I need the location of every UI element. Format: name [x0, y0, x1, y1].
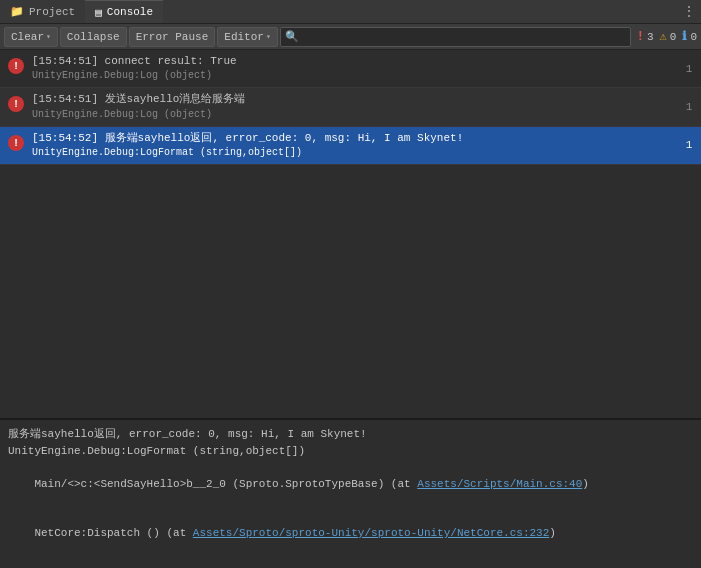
log-entry-2[interactable]: ! [15:54:51] 发送sayhello消息给服务端 UnityEngin… [0, 88, 701, 126]
info-badge[interactable]: ℹ 0 [682, 29, 697, 44]
toolbar: Clear ▾ Collapse Error Pause Editor ▾ 🔍 … [0, 24, 701, 50]
clear-label: Clear [11, 31, 44, 43]
error-badge-icon: ! [637, 30, 644, 44]
log-sub-1: UnityEngine.Debug:Log (object) [32, 69, 673, 83]
log-content-1: [15:54:51] connect result: True UnityEng… [32, 50, 677, 87]
log-main-2: [15:54:51] 发送sayhello消息给服务端 [32, 92, 673, 107]
clear-button[interactable]: Clear ▾ [4, 27, 58, 47]
error-circle-icon-3: ! [8, 135, 24, 151]
editor-button[interactable]: Editor ▾ [217, 27, 277, 47]
warn-badge-icon: ⚠ [660, 29, 667, 44]
detail-line-1: 服务端sayhello返回, error_code: 0, msg: Hi, I… [8, 426, 693, 443]
log-entry-1[interactable]: ! [15:54:51] connect result: True UnityE… [0, 50, 701, 88]
detail-link-3[interactable]: Assets/Scripts/Main.cs:40 [417, 478, 582, 490]
info-badge-count: 0 [690, 31, 697, 43]
log-content-2: [15:54:51] 发送sayhello消息给服务端 UnityEngine.… [32, 88, 677, 125]
error-pause-button[interactable]: Error Pause [129, 27, 216, 47]
search-box[interactable]: 🔍 [280, 27, 631, 47]
search-icon: 🔍 [285, 30, 299, 43]
warn-badge-count: 0 [670, 31, 677, 43]
error-circle-icon-1: ! [8, 58, 24, 74]
log-main-1: [15:54:51] connect result: True [32, 54, 673, 69]
log-content-3: [15:54:52] 服务端sayhello返回, error_code: 0,… [32, 127, 677, 164]
log-entry-3[interactable]: ! [15:54:52] 服务端sayhello返回, error_code: … [0, 127, 701, 165]
log-count-3: 1 [677, 127, 701, 164]
collapse-label: Collapse [67, 31, 120, 43]
log-icon-1: ! [0, 50, 32, 87]
log-sub-2: UnityEngine.Debug:Log (object) [32, 108, 673, 122]
tab-bar: 📁 Project ▤ Console ⋮ [0, 0, 701, 24]
log-sub-3: UnityEngine.Debug:LogFormat (string,obje… [32, 146, 673, 160]
log-count-2: 1 [677, 88, 701, 125]
badge-group: ! 3 ⚠ 0 ℹ 0 [637, 29, 697, 44]
log-icon-3: ! [0, 127, 32, 164]
tab-console[interactable]: ▤ Console [85, 0, 163, 23]
folder-icon: 📁 [10, 5, 24, 18]
detail-line-4: NetCore:Dispatch () (at Assets/Sproto/sp… [8, 509, 693, 559]
error-badge[interactable]: ! 3 [637, 30, 654, 44]
detail-text-3: Main/<>c:<SendSayHello>b__2_0 (Sproto.Sp… [34, 478, 417, 490]
detail-line-5: Main:Update () (at Assets/Scripts/Main.c… [8, 558, 693, 568]
detail-after-3: ) [582, 478, 589, 490]
search-input[interactable] [302, 31, 626, 43]
error-badge-count: 3 [647, 31, 654, 43]
error-pause-label: Error Pause [136, 31, 209, 43]
detail-panel: 服务端sayhello返回, error_code: 0, msg: Hi, I… [0, 418, 701, 568]
detail-line-2: UnityEngine.Debug:LogFormat (string,obje… [8, 443, 693, 460]
info-badge-icon: ℹ [682, 29, 687, 44]
detail-after-4: ) [549, 527, 556, 539]
log-main-3: [15:54:52] 服务端sayhello返回, error_code: 0,… [32, 131, 673, 146]
detail-text-4: NetCore:Dispatch () (at [34, 527, 192, 539]
log-count-1: 1 [677, 50, 701, 87]
editor-label: Editor [224, 31, 264, 43]
detail-line-3: Main/<>c:<SendSayHello>b__2_0 (Sproto.Sp… [8, 459, 693, 509]
warn-badge[interactable]: ⚠ 0 [660, 29, 677, 44]
tab-project-label: Project [29, 6, 75, 18]
collapse-button[interactable]: Collapse [60, 27, 127, 47]
console-icon: ▤ [95, 6, 102, 19]
log-icon-2: ! [0, 88, 32, 125]
dots-icon: ⋮ [682, 3, 696, 20]
tab-menu-button[interactable]: ⋮ [677, 0, 701, 24]
error-circle-icon-2: ! [8, 96, 24, 112]
tab-console-label: Console [107, 6, 153, 18]
clear-dropdown-arrow: ▾ [46, 32, 51, 41]
editor-dropdown-arrow: ▾ [266, 32, 271, 41]
tab-project[interactable]: 📁 Project [0, 0, 85, 23]
log-area: ! [15:54:51] connect result: True UnityE… [0, 50, 701, 418]
detail-link-4[interactable]: Assets/Sproto/sproto-Unity/sproto-Unity/… [193, 527, 549, 539]
